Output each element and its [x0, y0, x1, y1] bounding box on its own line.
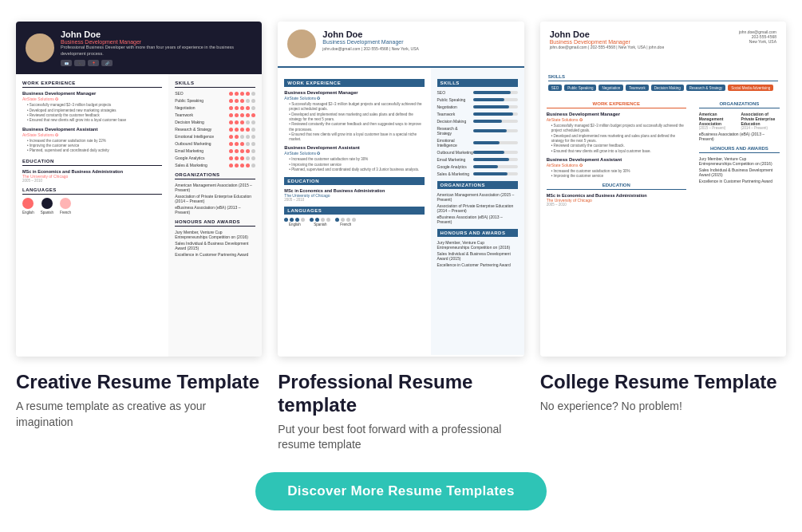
college-job1: Business Development Manager — [547, 112, 686, 116]
education-title: EDUCATION — [22, 159, 162, 166]
lang-english: English — [22, 198, 34, 215]
prof-job2-title: Business Development Assistant — [284, 145, 424, 150]
college-work-title: WORK EXPERIENCE — [547, 101, 686, 108]
prof-org2: Association of Private Enterprise Educat… — [437, 203, 518, 213]
creative-avatar — [26, 33, 54, 62]
professional-title: Professional Resume template — [278, 371, 523, 417]
college-bullets2: • Increased the customer satisfaction ra… — [547, 169, 686, 179]
college-company1: AirState Solutions ✪ — [547, 117, 686, 122]
professional-resume-preview[interactable]: John Doe Business Development Manager jo… — [278, 22, 523, 357]
prof-job1-title: Business Development Manager — [284, 90, 424, 95]
creative-title: Creative Resume Template — [16, 371, 259, 394]
job1-title: Business Development Manager — [22, 91, 162, 96]
prof-org1: American Management Association (2015 – … — [437, 192, 518, 202]
college-awards-title: HONOURS AND AWARDS — [699, 146, 780, 153]
prof-job1-company: AirState Solutions ✪ — [284, 96, 424, 100]
prof-avatar — [287, 30, 316, 58]
college-edu-title: EDUCATION — [547, 183, 686, 190]
lang-french: French — [60, 198, 71, 215]
creative-template-card: John Doe Business Development Manager Pr… — [16, 22, 262, 430]
college-bullets1: • Successfully managed $2–3 million budg… — [547, 124, 686, 154]
contact-icon-1: 📧 — [61, 60, 72, 66]
contact-icon-2: 📞 — [74, 60, 85, 66]
job1-bullets: • Successfully managed $2–3 million budg… — [22, 103, 162, 123]
creative-contact-icons: 📧 📞 📍 🔗 — [61, 60, 252, 66]
prof-orgs-title: ORGANIZATIONS — [437, 181, 518, 189]
college-skills-tags: SEO Public Speaking Negotiation Teamwork… — [548, 85, 778, 91]
college-orgs-title: ORGANIZATIONS — [699, 101, 780, 108]
prof-award2: Sales Individual & Business Development … — [437, 251, 518, 261]
prof-award1: Jury Member, Venture Cup Entrepreneurshi… — [437, 240, 518, 250]
professional-template-card: John Doe Business Development Manager jo… — [278, 22, 523, 453]
college-job2: Business Development Assistant — [547, 157, 686, 162]
contact-icon-3: 📍 — [88, 60, 99, 66]
skills-title-c: SKILLS — [175, 81, 255, 88]
lang-row: English Spanish French — [22, 198, 162, 215]
prof-job2-bullets: • Increased the customer satisfaction ra… — [284, 157, 424, 172]
college-contact: john.doe@gmail.com | 202-555-4568 | New … — [550, 45, 665, 49]
college-desc-text: No experience? No problem! — [540, 399, 682, 415]
work-exp-title: WORK EXPERIENCE — [22, 81, 162, 88]
college-org3: eBusiness Association (eBA) (2013 – Pres… — [699, 132, 780, 141]
prof-award3: Excellence in Customer Partnering Award — [437, 262, 518, 267]
prof-title: Business Development Manager — [322, 39, 514, 45]
prof-lang-title: LANGUAGES — [284, 207, 424, 215]
creative-desc: Professional Business Developer with mor… — [61, 45, 252, 57]
job2-company: AirState Solutions ✪ — [22, 132, 162, 137]
creative-desc-text: A resume template as creative as your im… — [16, 399, 262, 430]
prof-skills-title: SKILLS — [437, 79, 518, 87]
edu-block: MSc in Economics and Business Administra… — [22, 169, 162, 183]
college-job-title: Business Development Manager — [550, 39, 665, 45]
college-edu: MSc in Economics and Business Administra… — [547, 193, 686, 207]
college-template-card: John Doe Business Development Manager jo… — [540, 22, 786, 414]
orgs-title-c: ORGANIZATIONS — [175, 172, 255, 179]
prof-edu-block: MSc in Economics and Business Administra… — [284, 188, 424, 202]
awards-title-c: HONOURS AND AWARDS — [175, 219, 255, 227]
college-award2: Sales Individual & Business Development … — [699, 167, 780, 177]
prof-job1-bullets: • Successfully managed $2–3 million budg… — [284, 102, 424, 142]
creative-resume-preview[interactable]: John Doe Business Development Manager Pr… — [16, 22, 262, 357]
college-award3: Excellence in Customer Partnering Award — [699, 179, 780, 183]
prof-edu-title: EDUCATION — [284, 177, 424, 185]
contact-icon-4: 🔗 — [101, 60, 113, 66]
creative-job-title: Business Development Manager — [61, 39, 252, 45]
college-title: College Resume Template — [540, 371, 777, 394]
prof-awards-title: HONOURS AND AWARDS — [437, 229, 518, 237]
prof-job2-company: AirState Solutions ✪ — [284, 151, 424, 156]
college-resume-preview[interactable]: John Doe Business Development Manager jo… — [540, 22, 786, 357]
college-company2: AirState Solutions ✪ — [547, 163, 686, 167]
lang-spanish: Spanish — [41, 198, 53, 215]
discover-btn-container: Discover More Resume Templates — [16, 472, 786, 510]
prof-org3: eBusiness Association (eBA) (2013 – Pres… — [437, 215, 518, 224]
job2-bullets: • Increased the customer satisfaction ra… — [22, 139, 162, 154]
job2-title: Business Development Assistant — [22, 127, 162, 132]
templates-grid: John Doe Business Development Manager Pr… — [16, 22, 786, 453]
college-award1: Jury Member, Venture Cup Entrepreneurshi… — [699, 156, 780, 166]
creative-name: John Doe — [61, 30, 252, 39]
prof-work-title: WORK EXPERIENCE — [284, 79, 424, 87]
prof-contact: john.doe@gmail.com | 202-555-4568 | New … — [322, 46, 514, 51]
prof-name: John Doe — [322, 30, 514, 39]
college-name: John Doe — [550, 30, 665, 39]
languages-title: LANGUAGES — [22, 187, 162, 195]
prof-lang-row: English Spanish French — [284, 218, 424, 227]
college-orgs: American Management Association (2015 – … — [699, 112, 780, 130]
discover-more-button[interactable]: Discover More Resume Templates — [255, 472, 547, 510]
job1-company: AirState Solutions ✪ — [22, 97, 162, 101]
college-skills-section: SKILLS — [548, 74, 778, 81]
professional-desc-text: Put your best foot forward with a profes… — [278, 422, 523, 453]
